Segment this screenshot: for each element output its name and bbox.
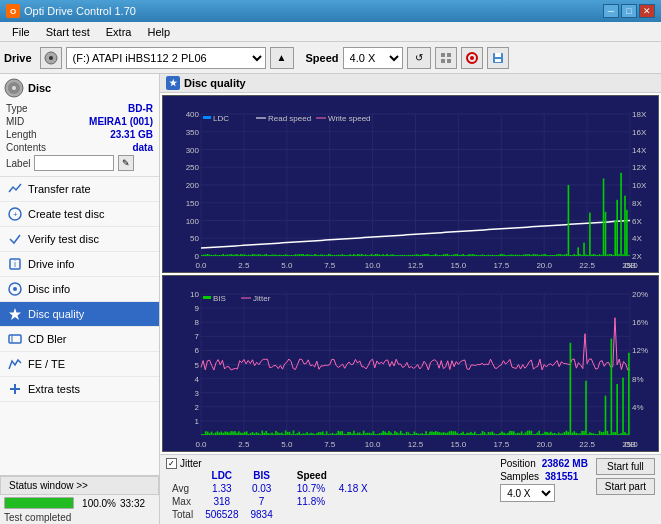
disc-length-row: Length 23.31 GB xyxy=(4,128,155,141)
disc-section-title: Disc xyxy=(28,82,51,94)
status-bar: Status window >> 100.0% 33:32 Test compl… xyxy=(0,475,159,524)
type-label: Type xyxy=(6,103,28,114)
max-jitter: 11.8% xyxy=(291,495,333,508)
svg-rect-10 xyxy=(495,59,501,62)
eject-button[interactable]: ▲ xyxy=(270,47,294,69)
nav-fe-te[interactable]: FE / TE xyxy=(0,352,159,377)
action-buttons: Start full Start part xyxy=(596,458,655,495)
status-text: Test completed xyxy=(0,511,159,524)
menu-file[interactable]: File xyxy=(4,24,38,40)
nav-transfer-rate[interactable]: Transfer rate xyxy=(0,177,159,202)
disc-section: Disc Type BD-R MID MEIRA1 (001) Length 2… xyxy=(0,74,159,177)
chart-title: Disc quality xyxy=(184,77,246,89)
nav-disc-quality[interactable]: Disc quality xyxy=(0,302,159,327)
nav-disc-info[interactable]: Disc info xyxy=(0,277,159,302)
media-button[interactable] xyxy=(461,47,483,69)
maximize-button[interactable]: □ xyxy=(621,4,637,18)
svg-rect-5 xyxy=(447,59,451,63)
drive-select[interactable]: (F:) ATAPI iHBS112 2 PL06 xyxy=(66,47,266,69)
menu-start-test[interactable]: Start test xyxy=(38,24,98,40)
length-value: 23.31 GB xyxy=(110,129,153,140)
avg-bis: 0.03 xyxy=(245,482,279,495)
nav-label-disc-quality: Disc quality xyxy=(28,308,84,320)
label-label: Label xyxy=(6,158,30,169)
nav-label-extra-tests: Extra tests xyxy=(28,383,80,395)
drive-icon-btn[interactable] xyxy=(40,47,62,69)
max-bis: 7 xyxy=(245,495,279,508)
drive-label: Drive xyxy=(4,52,32,64)
nav-label-fe-te: FE / TE xyxy=(28,358,65,370)
svg-rect-24 xyxy=(14,384,16,394)
position-row: Position 23862 MB xyxy=(500,458,588,469)
left-panel: Disc Type BD-R MID MEIRA1 (001) Length 2… xyxy=(0,74,160,524)
label-edit-btn[interactable]: ✎ xyxy=(118,155,134,171)
menu-extra[interactable]: Extra xyxy=(98,24,140,40)
disc-info-icon xyxy=(8,282,22,296)
speed-select[interactable]: 4.0 X xyxy=(343,47,403,69)
jitter-label: Jitter xyxy=(180,458,202,469)
svg-rect-3 xyxy=(447,53,451,57)
drive-toolbar: Drive (F:) ATAPI iHBS112 2 PL06 ▲ Speed … xyxy=(0,42,661,74)
avg-speed: 4.18 X xyxy=(333,482,374,495)
status-window-btn[interactable]: Status window >> xyxy=(0,476,159,495)
fe-te-icon xyxy=(8,357,22,371)
progress-row: 100.0% 33:32 xyxy=(0,495,159,511)
nav-drive-info[interactable]: i Drive info xyxy=(0,252,159,277)
menu-bar: File Start test Extra Help xyxy=(0,22,661,42)
nav-items: Transfer rate + Create test disc Verify … xyxy=(0,177,159,475)
nav-cd-bler[interactable]: CD Bler xyxy=(0,327,159,352)
samples-label: Samples xyxy=(500,471,539,482)
progress-bar-fill xyxy=(5,498,73,508)
app-title: Opti Drive Control 1.70 xyxy=(24,5,136,17)
nav-verify-test-disc[interactable]: Verify test disc xyxy=(0,227,159,252)
disc-icon xyxy=(4,78,24,98)
svg-rect-2 xyxy=(441,53,445,57)
disc-quality-icon xyxy=(8,307,22,321)
right-panel: ★ Disc quality ✓ Jitter xyxy=(160,74,661,524)
verify-test-disc-icon xyxy=(8,232,22,246)
minimize-button[interactable]: ─ xyxy=(603,4,619,18)
chart-header: ★ Disc quality xyxy=(160,74,661,93)
speed-dropdown[interactable]: 4.0 X xyxy=(500,484,555,502)
svg-point-13 xyxy=(12,86,16,90)
nav-label-disc-info: Disc info xyxy=(28,283,70,295)
nav-create-test-disc[interactable]: + Create test disc xyxy=(0,202,159,227)
config-button[interactable] xyxy=(435,47,457,69)
menu-help[interactable]: Help xyxy=(139,24,178,40)
svg-point-1 xyxy=(49,56,53,60)
close-button[interactable]: ✕ xyxy=(639,4,655,18)
col-bis: BIS xyxy=(245,469,279,482)
start-full-button[interactable]: Start full xyxy=(596,458,655,475)
save-button[interactable] xyxy=(487,47,509,69)
total-ldc: 506528 xyxy=(199,508,244,521)
disc-label-row: Label ✎ xyxy=(4,154,155,172)
svg-rect-4 xyxy=(441,59,445,63)
disc-mid-row: MID MEIRA1 (001) xyxy=(4,115,155,128)
length-label: Length xyxy=(6,129,37,140)
time-text: 33:32 xyxy=(120,498,155,509)
progress-text: 100.0% xyxy=(78,498,116,509)
start-part-button[interactable]: Start part xyxy=(596,478,655,495)
samples-row: Samples 381551 xyxy=(500,471,588,482)
avg-label: Avg xyxy=(166,482,199,495)
disc-contents-row: Contents data xyxy=(4,141,155,154)
svg-text:i: i xyxy=(14,259,16,269)
jitter-checkbox[interactable]: ✓ xyxy=(166,458,177,469)
avg-ldc: 1.33 xyxy=(199,482,244,495)
right-stats: Position 23862 MB Samples 381551 4.0 X xyxy=(500,458,588,502)
nav-extra-tests[interactable]: Extra tests xyxy=(0,377,159,402)
label-input[interactable] xyxy=(34,155,114,171)
speed-label: Speed xyxy=(306,52,339,64)
ldc-canvas xyxy=(163,96,658,272)
col-ldc: LDC xyxy=(199,469,244,482)
ldc-chart xyxy=(162,95,659,273)
position-label: Position xyxy=(500,458,536,469)
mid-label: MID xyxy=(6,116,24,127)
mid-value: MEIRA1 (001) xyxy=(89,116,153,127)
stats-table: ✓ Jitter LDC BIS Speed Avg 1.33 xyxy=(166,458,492,521)
app-icon: O xyxy=(6,4,20,18)
nav-label-verify-test-disc: Verify test disc xyxy=(28,233,99,245)
title-bar: O Opti Drive Control 1.70 ─ □ ✕ xyxy=(0,0,661,22)
max-ldc: 318 xyxy=(199,495,244,508)
refresh-button[interactable]: ↺ xyxy=(407,47,431,69)
